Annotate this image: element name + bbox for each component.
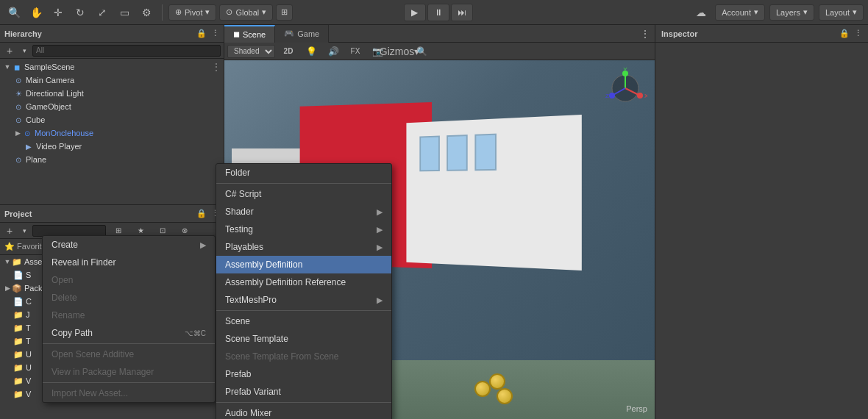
ctx-folder-label: Folder [225, 168, 250, 178]
j1-folder-icon: 📁 [13, 310, 24, 320]
search-toolbar-btn[interactable]: 🔍 [4, 3, 24, 22]
layers-button[interactable]: Layers ▾ [769, 4, 814, 21]
mononclehouse-label: MonOnclehouse [35, 129, 93, 137]
ctx-rsep-2 [216, 310, 391, 311]
pause-button[interactable]: ⏸ [427, 4, 449, 21]
context-menu-left: Create ▶ Reveal in Finder Open Delete Re… [42, 235, 216, 403]
move-tool-btn[interactable]: ✛ [49, 3, 68, 22]
ctx-testing[interactable]: Testing ▶ [216, 221, 391, 238]
audio-btn[interactable]: 🔊 [324, 42, 343, 61]
tree-item-samplescene[interactable]: ▼ ◼ SampleScene ⋮ [0, 60, 224, 74]
inspector-title: Inspector [661, 29, 839, 38]
rect-tool-btn[interactable]: ▭ [115, 3, 134, 22]
ctx-assemblydefref[interactable]: Assembly Definition Reference [216, 273, 391, 291]
global-label: Global [235, 8, 259, 17]
shading-select[interactable]: Shaded [227, 45, 275, 58]
scene-search-btn[interactable]: 🔍 [412, 42, 431, 61]
dirlight-label: Directional Light [26, 89, 84, 98]
tree-item-videoplayer[interactable]: ▶ Video Player [0, 140, 224, 153]
dirlight-icon: ☀ [13, 88, 24, 99]
rotate-tool-btn[interactable]: ↻ [71, 3, 90, 22]
ctx-prefabvariant[interactable]: Prefab Variant [216, 383, 391, 401]
grid-btn[interactable]: ⊞ [276, 4, 293, 21]
samplescene-kebab[interactable]: ⋮ [212, 62, 221, 72]
fx-btn[interactable]: FX [346, 42, 365, 61]
ctx-prefab[interactable]: Prefab [216, 365, 391, 383]
ctx-copypath[interactable]: Copy Path ⌥⌘C [43, 324, 215, 342]
lighting-btn[interactable]: 💡 [302, 42, 321, 61]
ctx-csharp-label: C# Script [225, 189, 261, 199]
tree-item-mononclehouse[interactable]: ▶ ⊙ MonOnclehouse [0, 126, 224, 140]
tree-item-cube[interactable]: ⊙ Cube [0, 113, 224, 126]
ctx-viewpackage-label: View in Package Manager [51, 367, 154, 377]
hand-tool-btn[interactable]: ✋ [26, 3, 46, 22]
context-menu-right: Folder C# Script Shader ▶ Testing ▶ Play… [216, 163, 392, 419]
ctx-create[interactable]: Create ▶ [43, 236, 215, 254]
tree-item-gameobject[interactable]: ⊙ GameObject [0, 100, 224, 113]
project-add-btn[interactable]: + [3, 224, 16, 237]
svg-text:Y: Y [623, 66, 627, 73]
cube-icon: ⊙ [13, 115, 24, 125]
hierarchy-dropdown-btn[interactable]: ▾ [19, 44, 29, 57]
ctx-csharp[interactable]: C# Script [216, 185, 391, 203]
hierarchy-search-input[interactable] [32, 45, 221, 57]
tree-item-maincamera[interactable]: ⊙ Main Camera [0, 74, 224, 87]
hierarchy-header: Hierarchy 🔒 ⋮ [0, 25, 224, 43]
game-tab-icon: 🎮 [284, 29, 294, 38]
global-icon: ⊙ [226, 7, 232, 17]
ctx-audiomixer[interactable]: Audio Mixer [216, 404, 391, 419]
play-button[interactable]: ▶ [404, 4, 426, 21]
scene-persp-label: Persp [626, 404, 647, 413]
svg-point-8 [609, 93, 615, 99]
scene-more-btn[interactable]: ⋮ [636, 24, 655, 43]
ctx-folder[interactable]: Folder [216, 164, 391, 182]
transform-tool-btn[interactable]: ⚙ [137, 3, 156, 22]
project-dropdown-btn[interactable]: ▾ [19, 224, 29, 237]
tree-item-dirlight[interactable]: ☀ Directional Light [0, 87, 224, 100]
ctx-scenetemplate[interactable]: Scene Template [216, 330, 391, 348]
c1-folder-icon: 📄 [13, 297, 24, 307]
hierarchy-tree: ▼ ◼ SampleScene ⋮ ⊙ Main Camera ☀ Direct… [0, 59, 224, 204]
ctx-reveal[interactable]: Reveal in Finder [43, 254, 215, 271]
collab-btn[interactable]: ☁ [691, 3, 711, 22]
svg-text:Z: Z [605, 93, 609, 99]
inspector-header: Inspector 🔒 ⋮ [655, 25, 868, 43]
ctx-rsep-3 [216, 402, 391, 403]
global-btn[interactable]: ⊙ Global ▾ [219, 4, 273, 21]
hierarchy-add-btn[interactable]: + [3, 44, 16, 57]
game-tab[interactable]: 🎮 Game [275, 25, 329, 43]
gizmos-btn[interactable]: Gizmos ▾ [390, 42, 409, 61]
assets-arrow: ▼ [3, 257, 12, 266]
pivot-btn[interactable]: ⊕ Pivot ▾ [168, 4, 216, 21]
ctx-viewpackage: View in Package Manager [43, 363, 215, 381]
ctx-assemblydef[interactable]: Assembly Definition [216, 256, 391, 273]
ctx-opensceneadditive-label: Open Scene Additive [51, 349, 134, 359]
ctx-textmeshpro[interactable]: TextMeshPro ▶ [216, 291, 391, 309]
ctx-scene[interactable]: Scene [216, 312, 391, 330]
step-button[interactable]: ⏭ [451, 4, 473, 21]
ctx-shader[interactable]: Shader ▶ [216, 203, 391, 221]
inspector-kebab-icon[interactable]: ⋮ [854, 29, 862, 38]
2d-btn[interactable]: 2D [278, 42, 299, 61]
ctx-delete-label: Delete [51, 293, 77, 303]
scale-tool-btn[interactable]: ⤢ [93, 3, 112, 22]
t2-folder-icon: 📁 [13, 337, 24, 346]
ctx-playables[interactable]: Playables ▶ [216, 238, 391, 256]
assets-folder-icon: 📁 [12, 257, 22, 267]
account-button[interactable]: Account ▾ [715, 4, 765, 21]
coin-1 [474, 381, 491, 397]
project-lock-icon: 🔒 [196, 209, 207, 218]
ctx-open-label: Open [51, 275, 73, 285]
ctx-rename-label: Rename [51, 310, 85, 320]
play-controls: ▶ ⏸ ⏭ [404, 4, 473, 21]
right-panel: Inspector 🔒 ⋮ [655, 25, 868, 419]
tree-item-plane[interactable]: ⊙ Plane [0, 153, 224, 166]
ctx-testing-label: Testing [225, 224, 253, 234]
hierarchy-title: Hierarchy [4, 29, 196, 38]
scene-tab[interactable]: ◼ Scene [224, 25, 275, 43]
ctx-rename: Rename [43, 307, 215, 324]
project-header: Project 🔒 ⋮ [0, 205, 224, 223]
samplescene-arrow: ▼ [3, 62, 12, 71]
layout-button[interactable]: Layout ▾ [819, 4, 864, 21]
hierarchy-kebab-icon[interactable]: ⋮ [211, 29, 219, 38]
